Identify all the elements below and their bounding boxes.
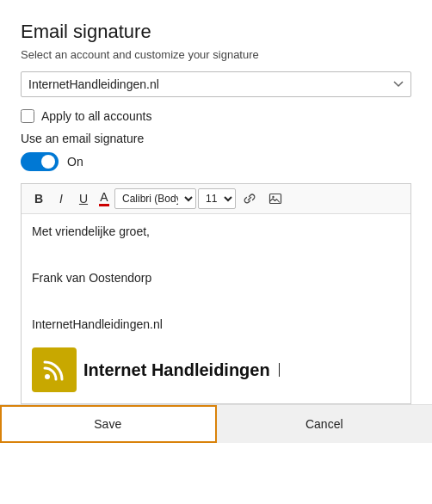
font-color-bar xyxy=(99,204,109,206)
use-signature-label: Use an email signature xyxy=(21,132,411,145)
save-button[interactable]: Save xyxy=(0,405,217,443)
font-family-select[interactable]: Calibri (Body xyxy=(114,188,196,209)
apply-all-checkbox[interactable] xyxy=(21,109,34,123)
sig-line-2 xyxy=(32,246,400,264)
rss-icon-box xyxy=(32,347,77,392)
editor-toolbar: B I U A Calibri (Body 11 xyxy=(22,184,410,214)
apply-all-label: Apply to all accounts xyxy=(41,109,151,123)
toggle-switch[interactable] xyxy=(21,152,59,171)
sig-line-5: InternetHandleidingen.nl xyxy=(32,316,400,334)
page-title: Email signature xyxy=(21,21,411,43)
toggle-thumb xyxy=(41,155,55,169)
svg-point-2 xyxy=(45,374,50,379)
font-size-select[interactable]: 11 xyxy=(198,188,236,209)
image-button[interactable] xyxy=(263,188,287,209)
toggle-on-label: On xyxy=(67,155,83,169)
toggle-row: On xyxy=(21,152,411,171)
sig-line-3: Frank van Oostendorp xyxy=(32,269,400,287)
account-select[interactable]: InternetHandleidingen.nl xyxy=(21,71,411,97)
cancel-button[interactable]: Cancel xyxy=(217,405,433,443)
signature-body[interactable]: Met vriendelijke groet, Frank van Oosten… xyxy=(22,214,410,403)
bottom-bar: Save Cancel xyxy=(0,404,432,443)
text-cursor xyxy=(279,363,280,377)
bold-button[interactable]: B xyxy=(28,188,49,209)
page-subtitle: Select an account and customize your sig… xyxy=(21,48,411,61)
svg-point-1 xyxy=(272,196,274,198)
font-color-button[interactable]: A xyxy=(96,188,113,209)
signature-editor: B I U A Calibri (Body 11 xyxy=(21,183,411,404)
sig-line-1: Met vriendelijke groet, xyxy=(32,223,400,241)
link-button[interactable] xyxy=(238,188,262,209)
font-color-letter: A xyxy=(100,191,108,203)
sig-line-4 xyxy=(32,292,400,310)
company-name: Internet Handleidingen xyxy=(83,360,270,380)
underline-button[interactable]: U xyxy=(73,188,94,209)
toggle-track xyxy=(21,152,59,171)
sig-logo-section: Internet Handleidingen xyxy=(32,347,400,392)
apply-all-row: Apply to all accounts xyxy=(21,109,411,123)
italic-button[interactable]: I xyxy=(51,188,71,209)
